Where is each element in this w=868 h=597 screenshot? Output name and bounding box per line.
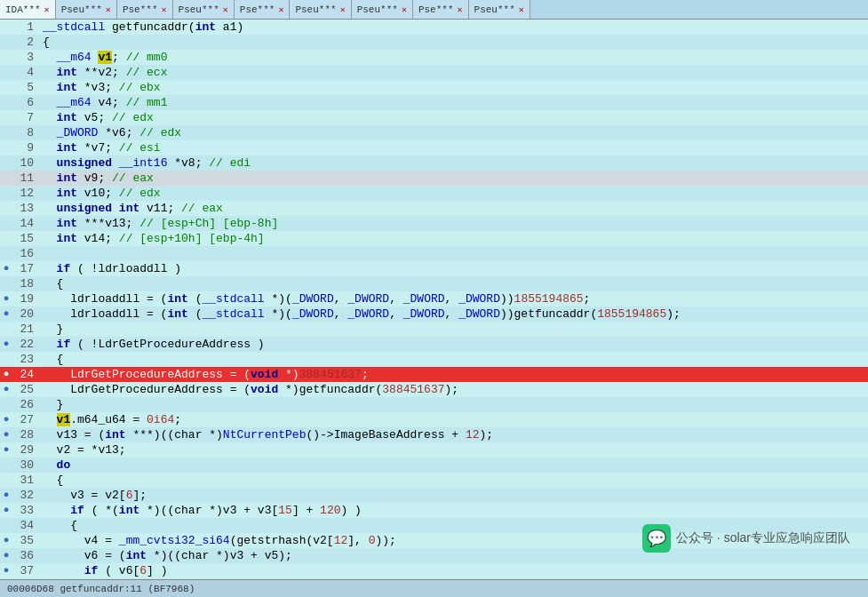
code-line-content: if ( *(int *)((char *)v3 + v3[15] + 120)… [39, 503, 868, 518]
line-number: 14 [12, 216, 39, 231]
code-row: ●29 v2 = *v13; [0, 442, 868, 458]
code-line-content: } [39, 322, 868, 337]
breakpoint-dot: ● [0, 442, 12, 458]
code-line-content: v1.m64_u64 = 0i64; [39, 412, 868, 427]
tab-7[interactable]: Pse***✕ [413, 0, 469, 20]
line-number: 24 [12, 367, 39, 382]
code-row: 2{ [0, 35, 868, 50]
line-number: 32 [12, 488, 39, 503]
line-number: 21 [12, 322, 39, 337]
tab-5[interactable]: Pseu***✕ [290, 0, 351, 20]
tab-bar: IDA***✕Pseu***✕Pse***✕Pseu***✕Pse***✕Pse… [0, 0, 868, 20]
status-bar: 00006D68 getfuncaddr:11 (BF7968) [0, 579, 868, 597]
line-number: 35 [12, 533, 39, 548]
breakpoint-dot [0, 110, 12, 125]
tab-6[interactable]: Pseu***✕ [352, 0, 413, 20]
code-row: 38 { [0, 578, 868, 579]
line-number: 37 [12, 563, 39, 578]
breakpoint-dot [0, 231, 12, 246]
code-line-content: _DWORD *v6; // edx [39, 125, 868, 140]
line-number: 29 [12, 442, 39, 458]
breakpoint-dot [0, 35, 12, 50]
breakpoint-dot [0, 578, 12, 579]
code-row: 3 __m64 v1; // mm0 [0, 50, 868, 65]
tab-close-0[interactable]: ✕ [44, 4, 50, 15]
code-row: ●32 v3 = v2[6]; [0, 488, 868, 503]
code-row: 1__stdcall getfuncaddr(int a1) [0, 20, 868, 35]
code-line-content: int *v3; // ebx [39, 80, 868, 95]
tab-8[interactable]: Pseu***✕ [469, 0, 530, 20]
code-line-content: LdrGetProcedureAddress = (void *)getfunc… [39, 382, 868, 397]
line-number: 2 [12, 35, 39, 50]
code-row: ●37 if ( v6[6] ) [0, 563, 868, 578]
breakpoint-dot: ● [0, 412, 12, 427]
line-number: 15 [12, 231, 39, 246]
code-line-content: ldrloaddll = (int (__stdcall *)(_DWORD, … [39, 306, 868, 322]
status-text: 00006D68 getfuncaddr:11 (BF7968) [7, 584, 195, 594]
code-row: 30 do [0, 458, 868, 473]
line-number: 7 [12, 110, 39, 125]
code-row: 21 } [0, 322, 868, 337]
code-line-content: v3 = v2[6]; [39, 488, 868, 503]
tab-close-6[interactable]: ✕ [402, 4, 407, 15]
tab-close-5[interactable]: ✕ [340, 4, 346, 15]
breakpoint-dot [0, 397, 12, 412]
breakpoint-dot [0, 246, 12, 261]
breakpoint-dot: ● [0, 548, 12, 563]
code-row: 23 { [0, 352, 868, 367]
line-number: 31 [12, 473, 39, 488]
tab-close-1[interactable]: ✕ [106, 4, 111, 15]
breakpoint-dot [0, 80, 12, 95]
breakpoint-dot: ● [0, 488, 12, 503]
watermark-text: 公众号 · solar专业应急响应团队 [676, 530, 850, 546]
line-number: 22 [12, 337, 39, 352]
breakpoint-dot: ● [0, 563, 12, 578]
line-number: 11 [12, 171, 39, 186]
breakpoint-dot [0, 322, 12, 337]
breakpoint-dot [0, 458, 12, 473]
watermark: 💬 公众号 · solar专业应急响应团队 [642, 524, 850, 553]
code-line-content: unsigned int v11; // eax [39, 201, 868, 216]
breakpoint-dot: ● [0, 503, 12, 518]
code-row: ●27 v1.m64_u64 = 0i64; [0, 412, 868, 427]
code-line-content: int v14; // [esp+10h] [ebp-4h] [39, 231, 868, 246]
code-row: 8 _DWORD *v6; // edx [0, 125, 868, 140]
tab-2[interactable]: Pse***✕ [117, 0, 173, 20]
line-number: 33 [12, 503, 39, 518]
line-number: 19 [12, 291, 39, 306]
code-row: 31 { [0, 473, 868, 488]
code-row: ●33 if ( *(int *)((char *)v3 + v3[15] + … [0, 503, 868, 518]
tab-close-7[interactable]: ✕ [458, 4, 463, 15]
code-line-content: if ( !LdrGetProcedureAddress ) [39, 337, 868, 352]
line-number: 4 [12, 65, 39, 80]
line-number: 23 [12, 352, 39, 367]
line-number: 16 [12, 246, 39, 261]
code-line-content: v13 = (int ***)((char *)NtCurrentPeb()->… [39, 427, 868, 442]
code-row: 26 } [0, 397, 868, 412]
line-number: 12 [12, 186, 39, 201]
watermark-icon: 💬 [642, 524, 671, 553]
code-row: 11 int v9; // eax [0, 171, 868, 186]
breakpoint-dot [0, 473, 12, 488]
tab-3[interactable]: Pseu***✕ [173, 0, 235, 20]
line-number: 34 [12, 518, 39, 533]
breakpoint-dot [0, 186, 12, 201]
tab-close-3[interactable]: ✕ [223, 4, 228, 15]
code-line-content: { [39, 473, 868, 488]
breakpoint-dot [0, 95, 12, 110]
code-line-content: int v5; // edx [39, 110, 868, 125]
code-line-content: unsigned __int16 *v8; // edi [39, 155, 868, 171]
breakpoint-dot [0, 125, 12, 140]
tab-close-4[interactable]: ✕ [278, 4, 283, 15]
tab-close-2[interactable]: ✕ [162, 4, 167, 15]
breakpoint-dot [0, 518, 12, 533]
tab-close-8[interactable]: ✕ [519, 4, 524, 15]
tab-0[interactable]: IDA***✕ [0, 0, 56, 20]
code-line-content: __stdcall getfuncaddr(int a1) [39, 20, 868, 35]
tab-1[interactable]: Pseu***✕ [56, 0, 117, 20]
breakpoint-dot [0, 201, 12, 216]
tab-4[interactable]: Pse***✕ [235, 0, 291, 20]
code-line-content: { [39, 578, 868, 579]
code-row: 9 int *v7; // esi [0, 140, 868, 155]
code-row: ●24 LdrGetProcedureAddress = (void *)388… [0, 367, 868, 382]
